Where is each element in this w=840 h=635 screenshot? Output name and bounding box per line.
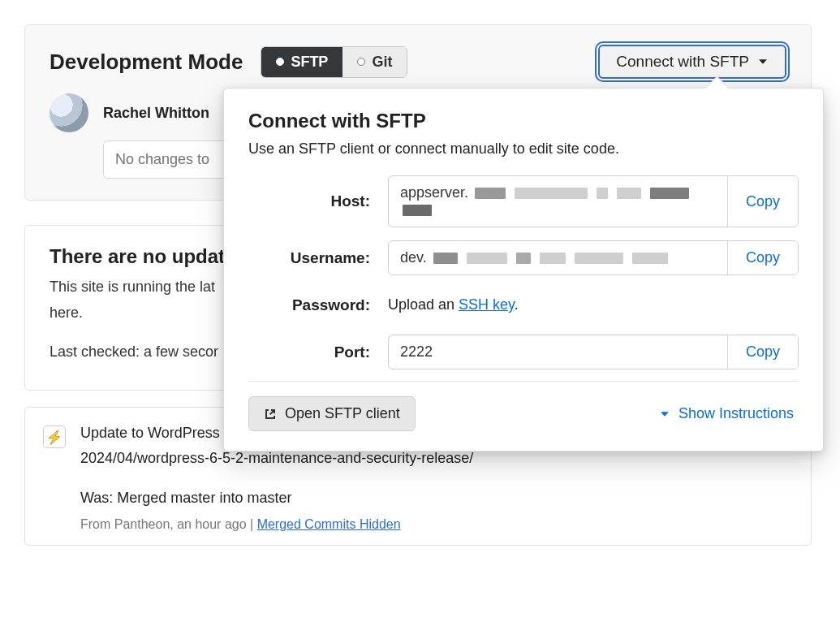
cred-field-port: Copy [388,335,799,369]
dev-mode-option-sftp-label: SFTP [291,54,328,71]
cred-label-username: Username: [248,249,370,267]
show-instructions-button[interactable]: Show Instructions [654,404,799,423]
ssh-key-link[interactable]: SSH key [459,296,515,313]
redacted-block [467,253,507,264]
copy-host-button[interactable]: Copy [727,176,798,227]
cred-value-username[interactable]: dev. [389,241,727,274]
chevron-down-icon [659,408,670,420]
password-text-suffix: . [515,296,519,313]
redacted-block [575,253,623,264]
redacted-block [515,188,588,199]
cred-row-password: Password: Upload an SSH key. [248,288,799,322]
avatar [50,93,88,132]
cred-row-host: Host: appserver. Copy [248,175,799,227]
merged-commits-link[interactable]: Merged Commits Hidden [257,517,401,531]
open-sftp-client-label: Open SFTP client [285,405,400,422]
redacted-block [632,253,668,264]
commit-meta: From Pantheon, an hour ago | Merged Comm… [80,517,704,532]
divider [248,381,799,382]
open-sftp-client-button[interactable]: Open SFTP client [248,396,416,431]
connect-sftp-button[interactable]: Connect with SFTP [598,45,786,79]
bolt-icon: ⚡ [46,430,62,445]
cred-field-host: appserver. Copy [388,175,799,227]
redacted-block [516,253,531,264]
dev-mode-option-git-label: Git [372,54,392,71]
host-value-prefix: appserver. [400,184,468,201]
copy-username-button[interactable]: Copy [727,241,798,274]
external-link-icon [264,408,277,421]
redacted-block [650,188,689,199]
cred-field-username: dev. Copy [388,240,799,275]
redacted-block [433,253,458,264]
popover-subtitle: Use an SFTP client or connect manually t… [248,140,799,158]
user-value-prefix: dev. [400,249,427,266]
radio-dot-icon [276,58,284,66]
redacted-block [540,253,566,264]
redacted-block [617,188,641,199]
cred-label-password: Password: [248,296,370,314]
redacted-block [475,188,506,199]
commit-meta-prefix: From Pantheon, an hour ago | [80,517,257,531]
cred-row-port: Port: Copy [248,335,799,369]
cred-row-username: Username: dev. Copy [248,240,799,275]
dev-mode-option-sftp[interactable]: SFTP [261,47,342,77]
cred-label-host: Host: [248,192,370,210]
copy-port-button[interactable]: Copy [727,335,798,369]
commit-was-line: Was: Merged master into master [80,487,704,509]
show-instructions-label: Show Instructions [678,405,794,422]
connect-sftp-label: Connect with SFTP [616,53,749,71]
cred-value-host[interactable]: appserver. [389,176,727,227]
popover-title: Connect with SFTP [248,110,799,132]
cred-value-password: Upload an SSH key. [388,288,799,322]
redacted-block [403,205,432,216]
source-icon: ⚡ [43,425,66,448]
dev-mode-toggle: SFTP Git [261,46,407,78]
radio-dot-icon [357,58,365,66]
author-name: Rachel Whitton [103,105,209,122]
cred-label-port: Port: [248,343,370,361]
chevron-down-icon [757,56,769,67]
redacted-block [597,188,608,199]
cred-value-port[interactable] [389,335,727,369]
dev-mode-option-git[interactable]: Git [342,47,407,77]
password-text-prefix: Upload an [388,296,459,313]
sftp-popover: Connect with SFTP Use an SFTP client or … [223,88,824,451]
dev-mode-title: Development Mode [50,50,243,75]
